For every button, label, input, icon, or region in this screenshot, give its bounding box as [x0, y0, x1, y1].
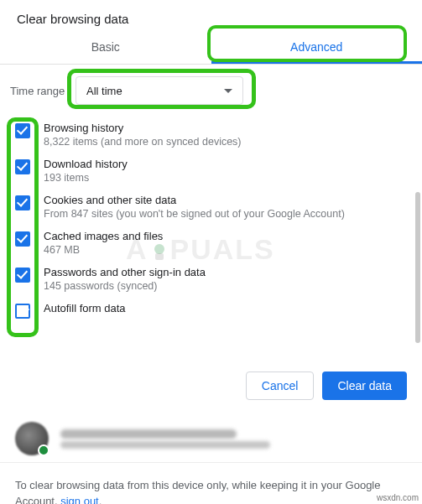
- dialog-title: Clear browsing data: [0, 0, 422, 31]
- account-name-redacted: [60, 429, 237, 439]
- source-watermark: wsxdn.com: [377, 493, 419, 502]
- tabs-bar: Basic Advanced: [0, 31, 422, 65]
- option-subtitle: 193 items: [44, 172, 128, 184]
- footer-note: To clear browsing data from this device …: [0, 462, 422, 504]
- option-title: Autofill form data: [44, 302, 126, 314]
- presence-badge-icon: [38, 444, 49, 456]
- checkbox-passwords[interactable]: [15, 268, 30, 283]
- option-browsing-history: Browsing history 8,322 items (and more o…: [0, 117, 422, 153]
- option-cookies: Cookies and other site data From 847 sit…: [0, 189, 422, 225]
- time-range-label: Time range: [10, 85, 67, 97]
- checkbox-cached[interactable]: [15, 231, 30, 247]
- footer-text-b: .: [99, 495, 102, 504]
- option-title: Passwords and other sign-in data: [44, 266, 206, 278]
- option-title: Browsing history: [44, 122, 242, 134]
- clear-data-button[interactable]: Clear data: [322, 372, 407, 400]
- option-subtitle: From 847 sites (you won't be signed out …: [44, 208, 345, 220]
- option-cached: Cached images and files 467 MB: [0, 225, 422, 261]
- checkbox-browsing-history[interactable]: [15, 123, 30, 138]
- sign-out-link[interactable]: sign out: [60, 495, 99, 504]
- scrollbar-thumb[interactable]: [415, 192, 420, 343]
- options-scroll-area: Browsing history 8,322 items (and more o…: [0, 117, 422, 360]
- dialog-buttons: Cancel Clear data: [0, 360, 422, 415]
- chevron-down-icon: [224, 89, 232, 93]
- account-email-redacted: [60, 441, 270, 449]
- time-range-row: Time range All time: [0, 65, 422, 117]
- tab-basic[interactable]: Basic: [0, 31, 211, 64]
- option-passwords: Passwords and other sign-in data 145 pas…: [0, 261, 422, 297]
- checkbox-download-history[interactable]: [15, 159, 30, 174]
- option-download-history: Download history 193 items: [0, 153, 422, 189]
- option-title: Cookies and other site data: [44, 194, 345, 206]
- checkbox-cookies[interactable]: [15, 195, 30, 210]
- option-autofill: Autofill form data: [0, 297, 422, 324]
- checkbox-autofill[interactable]: [15, 304, 30, 319]
- account-row: [0, 415, 422, 462]
- account-info: [60, 427, 270, 451]
- cancel-button[interactable]: Cancel: [246, 372, 315, 400]
- option-title: Download history: [44, 158, 128, 170]
- time-range-value: All time: [86, 85, 122, 97]
- option-subtitle: 8,322 items (and more on synced devices): [44, 136, 242, 148]
- option-subtitle: 145 passwords (synced): [44, 280, 206, 292]
- option-subtitle: 467 MB: [44, 244, 163, 256]
- tab-advanced[interactable]: Advanced: [211, 31, 423, 64]
- time-range-select[interactable]: All time: [76, 76, 243, 105]
- option-title: Cached images and files: [44, 230, 163, 242]
- avatar-wrap: [15, 422, 49, 455]
